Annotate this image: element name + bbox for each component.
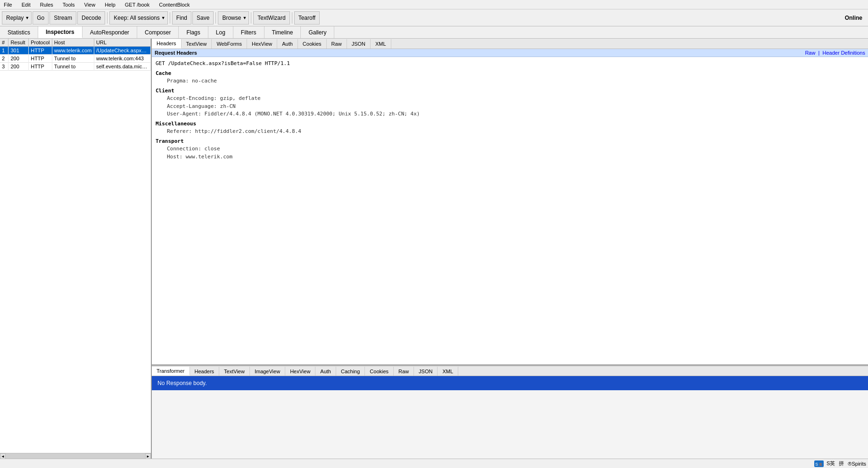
table-row[interactable]: 1 301 HTTP www.telerik.com /UpdateCheck.… <box>0 47 151 55</box>
request-inspector-tabs: Headers TextView WebForms HexView Auth C… <box>152 39 868 49</box>
req-tab-cookies[interactable]: Cookies <box>298 39 327 49</box>
tab-composer[interactable]: Composer <box>137 26 179 38</box>
go-button[interactable]: Go <box>33 11 49 25</box>
header-accept-encoding: Accept-Encoding: gzip, deflate <box>156 95 864 103</box>
no-response-body: No Response body. <box>152 376 868 390</box>
section-miscellaneous: Miscellaneous <box>156 120 864 128</box>
col-protocol[interactable]: Protocol <box>29 39 52 47</box>
menu-help[interactable]: Help <box>103 1 117 8</box>
raw-link[interactable]: Raw | Header Definitions <box>805 50 865 56</box>
tab-gallery[interactable]: Gallery <box>301 26 334 38</box>
tab-inspectors[interactable]: Inspectors <box>38 26 83 38</box>
keep-arrow: ▼ <box>161 16 165 20</box>
req-tab-auth[interactable]: Auth <box>277 39 298 49</box>
resp-tab-json[interactable]: JSON <box>414 367 438 376</box>
req-tab-webforms[interactable]: WebForms <box>212 39 247 49</box>
right-panel: Headers TextView WebForms HexView Auth C… <box>152 39 868 459</box>
tearoff-button[interactable]: Tearoff <box>294 11 320 25</box>
cell-protocol: HTTP <box>29 55 52 63</box>
resp-tab-imageview[interactable]: ImageView <box>250 367 285 376</box>
resp-tab-caching[interactable]: Caching <box>336 367 365 376</box>
keep-button[interactable]: Keep: All sessions ▼ <box>109 11 167 25</box>
table-row[interactable]: 3 200 HTTP Tunnel to self.events.data.mi… <box>0 63 151 71</box>
svg-text:英: 英 <box>819 463 822 466</box>
col-url[interactable]: URL <box>94 39 151 47</box>
table-row[interactable]: 2 200 HTTP Tunnel to www.telerik.com:443 <box>0 55 151 63</box>
col-host[interactable]: Host <box>52 39 94 47</box>
request-headers-title: Request Headers <box>155 50 197 56</box>
menu-view[interactable]: View <box>83 1 98 8</box>
separator-2 <box>170 12 170 24</box>
browse-button[interactable]: Browse ▼ <box>218 11 249 25</box>
menu-contentblock[interactable]: ContentBlock <box>157 1 191 8</box>
resp-tab-hexview[interactable]: HexView <box>285 367 315 376</box>
browse-arrow: ▼ <box>242 16 247 20</box>
request-panel: Headers TextView WebForms HexView Auth C… <box>152 39 868 364</box>
tab-timeline[interactable]: Timeline <box>265 26 301 38</box>
left-scrollbar: ◄ ► <box>0 453 151 459</box>
s-icon: S 英 <box>814 460 826 468</box>
resp-tab-textview[interactable]: TextView <box>219 367 250 376</box>
tab-flags[interactable]: Flags <box>179 26 208 38</box>
cell-url: /UpdateCheck.aspx?isBe... <box>94 47 151 55</box>
find-button[interactable]: Find <box>172 11 191 25</box>
req-tab-xml[interactable]: XML <box>371 39 391 49</box>
cell-num: 3 <box>0 63 8 71</box>
status-bar-right: S 英 S英 拼 ®Spirits <box>814 460 866 468</box>
tab-log[interactable]: Log <box>208 26 233 38</box>
menu-file[interactable]: File <box>2 1 14 8</box>
tab-statistics[interactable]: Statistics <box>0 26 38 38</box>
cell-protocol: HTTP <box>29 47 52 55</box>
resp-tab-raw[interactable]: Raw <box>394 367 414 376</box>
response-inspector-tabs: Transformer Headers TextView ImageView H… <box>152 366 868 376</box>
cell-url: www.telerik.com:443 <box>94 55 151 63</box>
cell-url: self.events.data.microso... <box>94 63 151 71</box>
status-pinyin: 拼 <box>839 460 844 467</box>
save-button[interactable]: Save <box>192 11 214 25</box>
left-panel-empty <box>0 71 151 453</box>
tab-filters[interactable]: Filters <box>233 26 265 38</box>
decode-button[interactable]: Decode <box>77 11 105 25</box>
resp-tab-auth[interactable]: Auth <box>315 367 336 376</box>
resp-tab-headers[interactable]: Headers <box>190 367 220 376</box>
cell-host: www.telerik.com <box>52 47 94 55</box>
menu-getbook[interactable]: GET /book <box>123 1 151 8</box>
request-line: GET /UpdateCheck.aspx?isBeta=False HTTP/… <box>156 60 864 68</box>
req-tab-raw[interactable]: Raw <box>327 39 347 49</box>
status-icon-s: S 英 S英 <box>814 460 835 468</box>
cell-result: 301 <box>8 47 29 55</box>
section-cache: Cache <box>156 70 864 78</box>
scroll-thumb[interactable] <box>6 453 145 459</box>
menu-rules[interactable]: Rules <box>38 1 55 8</box>
menu-tools[interactable]: Tools <box>61 1 77 8</box>
section-client: Client <box>156 87 864 95</box>
header-accept-language: Accept-Language: zh-CN <box>156 103 864 111</box>
menu-edit[interactable]: Edit <box>20 1 33 8</box>
cell-protocol: HTTP <box>29 63 52 71</box>
online-status: Online <box>841 14 866 22</box>
textwizard-button[interactable]: TextWizard <box>253 11 289 25</box>
header-connection: Connection: close <box>156 145 864 153</box>
resp-tab-transformer[interactable]: Transformer <box>152 367 190 376</box>
request-headers-bar: Request Headers Raw | Header Definitions <box>152 49 868 57</box>
sessions-table: # Result Protocol Host URL 1 301 HTTP ww… <box>0 39 151 71</box>
separator-3 <box>215 12 216 24</box>
header-user-agent: User-Agent: Fiddler/4.4.8.4 (MONO.NET 4.… <box>156 110 864 118</box>
resp-tab-cookies[interactable]: Cookies <box>365 367 394 376</box>
separator-5 <box>292 12 292 24</box>
req-tab-json[interactable]: JSON <box>347 39 371 49</box>
req-tab-headers[interactable]: Headers <box>152 39 182 49</box>
col-result[interactable]: Result <box>8 39 29 47</box>
cell-result: 200 <box>8 55 29 63</box>
req-tab-textview[interactable]: TextView <box>182 39 212 49</box>
separator-4 <box>251 12 251 24</box>
cell-host: Tunnel to <box>52 63 94 71</box>
stream-button[interactable]: Stream <box>50 11 76 25</box>
resp-tab-xml[interactable]: XML <box>438 367 458 376</box>
cell-result: 200 <box>8 63 29 71</box>
tab-autoresponder[interactable]: AutoResponder <box>83 26 137 38</box>
replay-button[interactable]: Replay ▼ <box>2 11 32 25</box>
header-pragma: Pragma: no-cache <box>156 77 864 85</box>
req-tab-hexview[interactable]: HexView <box>247 39 277 49</box>
col-num[interactable]: # <box>0 39 8 47</box>
